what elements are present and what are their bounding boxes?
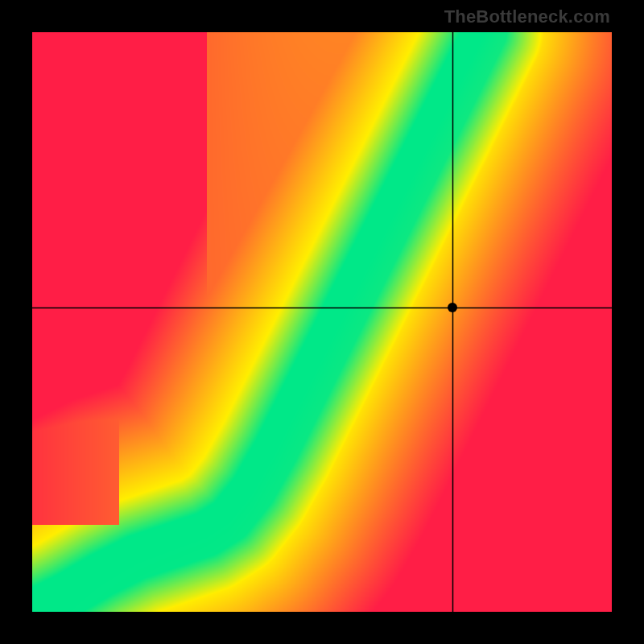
heatmap-canvas xyxy=(32,32,612,612)
chart-frame: TheBottleneck.com xyxy=(0,0,644,644)
plot-area xyxy=(32,32,612,612)
watermark-text: TheBottleneck.com xyxy=(444,6,610,27)
